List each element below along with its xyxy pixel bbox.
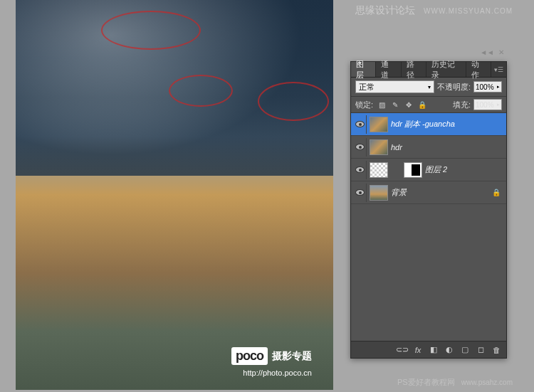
lock-icons-group: ▨ ✎ ✥ 🔒 [376, 99, 428, 110]
annotation-ellipse [101, 11, 201, 50]
annotation-ellipse [258, 82, 329, 121]
adjustment-layer-button[interactable]: ◐ [442, 344, 456, 356]
lock-position-icon[interactable]: ✥ [403, 99, 414, 110]
blend-mode-value: 正常 [359, 82, 375, 92]
chevron-right-icon: ▸ [497, 84, 500, 90]
bottom-watermark-url: www.psahz.com [461, 378, 513, 386]
visibility-toggle[interactable] [354, 115, 367, 134]
layer-row[interactable]: 图层 2 [351, 159, 506, 181]
bottom-watermark-text: PS爱好者教程网 [397, 378, 455, 386]
group-layers-button[interactable]: ▢ [458, 344, 472, 356]
top-watermark-text: 思缘设计论坛 [355, 4, 415, 16]
tab-history[interactable]: 历史记录 [426, 62, 466, 77]
chevron-down-icon: ▾ [428, 84, 431, 90]
lock-pixels-icon[interactable]: ✎ [389, 99, 401, 110]
layer-thumbnail[interactable] [370, 139, 388, 155]
blend-mode-select[interactable]: 正常 ▾ [355, 80, 434, 93]
collapse-left-icon: ◄◄ [480, 48, 494, 56]
layer-name[interactable]: 图层 2 [425, 164, 503, 175]
layer-name[interactable]: hdr 副本 -guancha [391, 119, 503, 129]
panel-footer: ⊂⊃ fx ◧ ◐ ▢ ◻ 🗑 [351, 341, 506, 358]
layer-fx-button[interactable]: fx [411, 344, 425, 356]
delete-layer-button[interactable]: 🗑 [489, 344, 503, 356]
bottom-watermark: PS爱好者教程网 www.psahz.com [397, 377, 513, 388]
blend-opacity-row: 正常 ▾ 不透明度: 100% ▸ [351, 78, 506, 97]
layer-name[interactable]: hdr [391, 143, 503, 152]
link-layers-button[interactable]: ⊂⊃ [395, 344, 409, 356]
lock-label: 锁定: [355, 100, 373, 110]
eye-icon [355, 189, 365, 196]
visibility-toggle[interactable] [354, 184, 367, 202]
eye-icon [355, 166, 365, 173]
layer-row[interactable]: hdr [351, 136, 506, 159]
panel-menu-icon[interactable]: ▾☰ [494, 66, 503, 73]
lock-icon: 🔒 [492, 189, 501, 196]
fill-input[interactable]: 100% ▸ [473, 99, 502, 110]
layer-row[interactable]: hdr 副本 -guancha [351, 113, 506, 136]
top-watermark: 思缘设计论坛 WWW.MISSYUAN.COM [355, 4, 513, 17]
poco-logo: poco [231, 347, 268, 365]
layers-list: hdr 副本 -guancha hdr 图层 2 背景 🔒 [351, 113, 506, 341]
annotation-ellipse [169, 75, 233, 107]
layer-thumbnail[interactable] [370, 162, 388, 178]
close-icon: ✕ [498, 48, 504, 56]
lock-transparency-icon[interactable]: ▨ [376, 99, 387, 110]
panel-tabs: 图层 通道 路径 历史记录 动作 ▾☰ [351, 62, 506, 78]
poco-url: http://photo.poco.cn [243, 369, 312, 377]
opacity-input[interactable]: 100% ▸ [473, 81, 502, 92]
layer-mask-thumbnail[interactable] [404, 162, 422, 178]
visibility-toggle[interactable] [354, 161, 367, 179]
top-watermark-url: WWW.MISSYUAN.COM [424, 7, 513, 15]
fill-value: 100% [476, 101, 494, 109]
tab-channels[interactable]: 通道 [376, 62, 401, 77]
new-layer-button[interactable]: ◻ [473, 344, 488, 356]
layer-name[interactable]: 背景 [391, 187, 489, 198]
canvas-area: poco 摄影专题 http://photo.poco.cn [0, 0, 333, 392]
layers-panel: 图层 通道 路径 历史记录 动作 ▾☰ 正常 ▾ 不透明度: 100% ▸ 锁定… [350, 61, 507, 359]
poco-watermark: poco 摄影专题 [231, 347, 312, 365]
visibility-toggle[interactable] [354, 138, 367, 157]
photo-canvas[interactable]: poco 摄影专题 http://photo.poco.cn [16, 0, 333, 390]
panel-collapse-controls[interactable]: ◄◄ ✕ [480, 48, 504, 56]
lock-all-icon[interactable]: 🔒 [417, 99, 428, 110]
tab-layers[interactable]: 图层 [351, 62, 376, 77]
opacity-label: 不透明度: [437, 82, 471, 92]
layer-row[interactable]: 背景 🔒 [351, 181, 506, 204]
tab-paths[interactable]: 路径 [402, 62, 426, 77]
eye-icon [355, 144, 365, 150]
layer-thumbnail[interactable] [370, 117, 388, 132]
eye-icon [355, 121, 365, 127]
poco-text: 摄影专题 [272, 350, 312, 363]
opacity-value: 100% [476, 83, 494, 91]
tab-actions[interactable]: 动作 [466, 62, 491, 77]
layer-thumbnail[interactable] [370, 185, 388, 201]
chevron-right-icon: ▸ [497, 102, 500, 107]
lock-fill-row: 锁定: ▨ ✎ ✥ 🔒 填充: 100% ▸ [351, 97, 506, 113]
fill-label: 填充: [453, 100, 471, 110]
add-mask-button[interactable]: ◧ [426, 344, 441, 356]
